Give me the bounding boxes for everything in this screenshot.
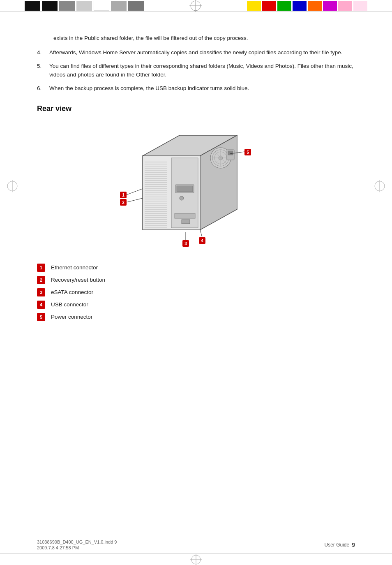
svg-line-64 [126, 198, 143, 202]
black-block-2 [42, 1, 58, 11]
svg-point-48 [180, 196, 184, 200]
footer-page-label: User Guide [325, 542, 350, 548]
list-text-4: Afterwards, Windows Home Server automati… [49, 49, 355, 57]
legend-item-1: 1 Ethernet connector [37, 264, 355, 272]
orange-block [308, 1, 322, 11]
white-block [94, 1, 109, 11]
svg-rect-50 [182, 220, 190, 224]
page-content: exists in the Public shared folder, the … [0, 12, 392, 362]
list-item-4: 4. Afterwards, Windows Home Server autom… [37, 49, 355, 57]
rear-view-diagram: 1 2 3 4 5 [37, 123, 355, 250]
list-item-5: 5. You can find files of different types… [37, 62, 355, 79]
bottom-center-reg-mark [190, 554, 202, 565]
yellow-block [247, 1, 261, 11]
top-color-bar [0, 0, 392, 12]
legend-badge-2: 2 [37, 276, 45, 284]
legend-badge-5: 5 [37, 313, 45, 321]
svg-line-70 [200, 230, 202, 237]
footer-timestamp: 2009.7.8 4:27:58 PM [37, 545, 117, 550]
legend-item-4: 4 USB connector [37, 301, 355, 309]
section-heading: Rear view [37, 104, 355, 113]
list-num-6: 6. [37, 84, 49, 93]
svg-text:5: 5 [247, 150, 249, 155]
list-num-4: 4. [37, 49, 49, 57]
right-reg-mark [374, 180, 386, 194]
svg-rect-49 [175, 213, 195, 218]
list-num-5: 5. [37, 62, 49, 79]
rear-view-svg: 1 2 3 4 5 [118, 123, 274, 250]
svg-rect-47 [177, 186, 193, 192]
legend-label-3: eSATA connector [51, 289, 93, 295]
svg-rect-60 [228, 151, 233, 155]
svg-text:4: 4 [201, 239, 203, 243]
gray-block-4 [128, 1, 144, 11]
list-text-6: When the backup process is complete, the… [49, 84, 355, 93]
footer-page-info: User Guide 9 [325, 540, 355, 550]
svg-text:1: 1 [122, 193, 125, 197]
legend-label-4: USB connector [51, 301, 88, 308]
light-pink-block [353, 1, 367, 11]
legend-badge-3: 3 [37, 288, 45, 296]
center-reg-mark [189, 0, 202, 12]
gray-block-1 [59, 1, 75, 11]
legend-item-2: 2 Recovery/reset button [37, 276, 355, 284]
svg-line-61 [126, 189, 143, 195]
legend-badge-4: 4 [37, 301, 45, 309]
legend-badge-1: 1 [37, 264, 45, 272]
footer-file-info: 31038690B_D400_UG_EN_V1.0.indd 9 [37, 540, 117, 544]
bottom-bar [0, 553, 392, 565]
gray-block-2 [76, 1, 92, 11]
footer-page-num: 9 [352, 542, 355, 548]
intro-text-content: exists in the Public shared folder, the … [53, 35, 248, 41]
svg-text:3: 3 [184, 241, 187, 246]
gray-block-3 [111, 1, 127, 11]
legend-label-2: Recovery/reset button [51, 277, 105, 283]
black-block-1 [25, 1, 40, 11]
legend-item-5: 5 Power connector [37, 313, 355, 321]
left-reg-mark [6, 180, 18, 194]
legend-item-3: 3 eSATA connector [37, 288, 355, 296]
list-text-5: You can find files of different types in… [49, 62, 355, 79]
intro-paragraph: exists in the Public shared folder, the … [53, 34, 355, 43]
purple-block [323, 1, 337, 11]
legend-label-1: Ethernet connector [51, 264, 98, 271]
footer: 31038690B_D400_UG_EN_V1.0.indd 9 2009.7.… [0, 540, 392, 550]
legend-list: 1 Ethernet connector 2 Recovery/reset bu… [37, 264, 355, 321]
svg-text:2: 2 [122, 200, 125, 205]
green-block [277, 1, 291, 11]
list-item-6: 6. When the backup process is complete, … [37, 84, 355, 93]
red-block [262, 1, 276, 11]
blue-block [293, 1, 307, 11]
legend-label-5: Power connector [51, 314, 92, 320]
pink-block [338, 1, 352, 11]
